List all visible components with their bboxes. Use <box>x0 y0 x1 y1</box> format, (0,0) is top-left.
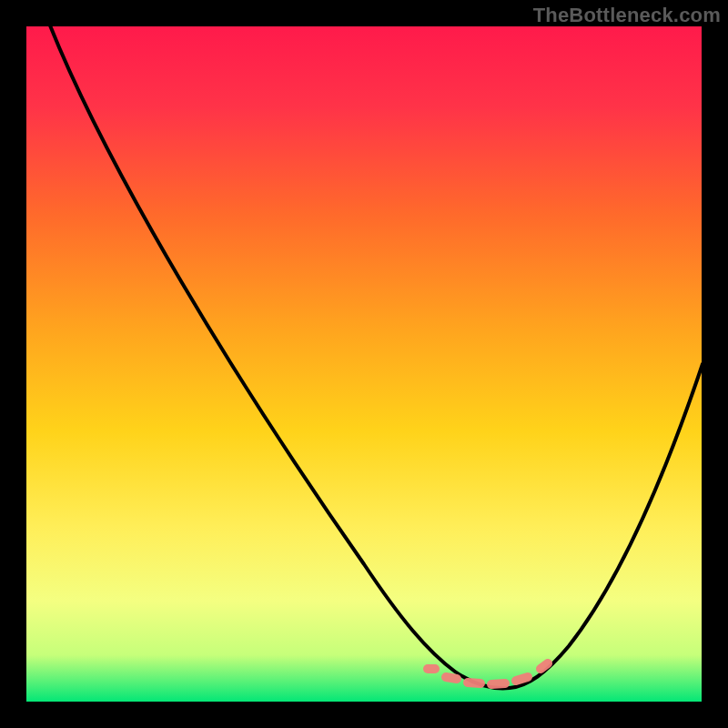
svg-line-3 <box>491 683 505 684</box>
bottleneck-chart-container: TheBottleneck.com <box>0 0 728 728</box>
svg-line-2 <box>468 682 480 683</box>
svg-line-4 <box>516 677 528 681</box>
watermark-text: TheBottleneck.com <box>533 4 721 27</box>
svg-line-5 <box>541 663 548 669</box>
bottleneck-chart-svg <box>0 0 728 728</box>
svg-line-1 <box>446 677 457 679</box>
